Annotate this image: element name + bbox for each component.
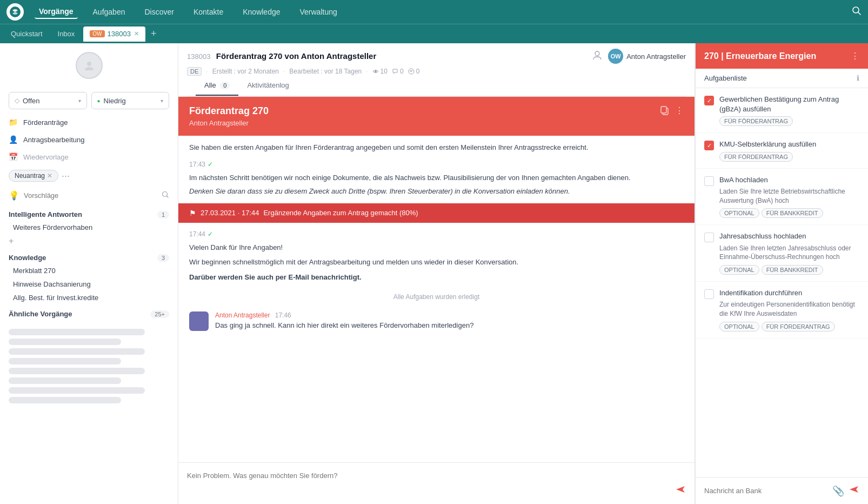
intelligent-answer-item-0[interactable]: Weiteres Fördervorhaben: [0, 221, 178, 234]
task-tags-4: OPTIONAL FÜR FÖRDERANTRAG: [719, 322, 859, 331]
conv-input-row: [178, 462, 695, 504]
add-intelligent-answer[interactable]: +: [0, 234, 178, 248]
nav-kontakte[interactable]: Kontakte: [189, 5, 228, 18]
nav-vorgange[interactable]: Vorgänge: [35, 5, 78, 19]
tab-bar: Quickstart Inbox OW 138003 ✕ +: [0, 24, 868, 43]
svg-point-3: [87, 62, 91, 66]
knowledge-item-0[interactable]: Merkblatt 270: [0, 264, 178, 277]
conv-input-actions: [187, 484, 686, 498]
task-checkbox-2[interactable]: [704, 176, 714, 186]
task-checkbox-1[interactable]: ✓: [704, 141, 714, 150]
task-item-3: Jahresabschluss hochladen Laden Sie Ihre…: [696, 225, 868, 282]
msg-block-title: Förderantrag 270: [189, 105, 269, 117]
knowledge-item-1[interactable]: Hinweise Dachsanierung: [0, 277, 178, 291]
msg-system-2: 17:44 ✓ Vielen Dank für Ihre Angaben! Wi…: [178, 223, 695, 289]
sidebar: ◇ Offen ▾ ● Niedrig ▾ 📁 Förderanträge 👤 …: [0, 43, 178, 504]
conv-input[interactable]: [187, 469, 686, 482]
task-tag-2-0: OPTIONAL: [719, 208, 759, 218]
task-tag-4-1: FÜR FÖRDERANTRAG: [762, 322, 835, 331]
svg-rect-10: [661, 107, 666, 113]
task-panel: 270 | Erneuerbare Energien ⋮ Aufgabenlis…: [695, 43, 868, 504]
tab-aktivitatenlog[interactable]: Aktivitätenlog: [238, 76, 297, 96]
tab-close-icon[interactable]: ✕: [134, 30, 139, 37]
bank-send-icon[interactable]: [849, 484, 859, 498]
skeleton-row: [9, 329, 145, 335]
skeleton-row: [9, 397, 121, 403]
task-tag-3-1: FÜR BANKKREDIT: [762, 265, 823, 275]
task-item-1: ✓ KMU-Selbsterklärung ausfüllen FÜR FÖRD…: [696, 133, 868, 168]
sidebar-item-antragsbearbeitung[interactable]: 👤 Antragsbearbeitung: [0, 131, 178, 148]
user-icon: [592, 50, 603, 63]
similar-section: Ähnliche Vorgänge 25+: [0, 304, 178, 320]
tag-neuantrag: Neuantrag ✕: [9, 170, 58, 182]
task-checkbox-3[interactable]: [704, 233, 714, 242]
tab-alle[interactable]: Alle 0: [196, 76, 238, 96]
tag-more-button[interactable]: ···: [62, 170, 70, 182]
nav-discover[interactable]: Discover: [140, 5, 178, 18]
suggestion-input[interactable]: [24, 191, 157, 200]
skeleton-row: [9, 377, 121, 384]
conv-title: Förderantrag 270 von Anton Antragsteller: [216, 51, 376, 61]
tab-ticket[interactable]: OW 138003 ✕: [83, 26, 145, 42]
task-tag-0-0: FÜR FÖRDERANTRAG: [719, 116, 793, 126]
task-checkbox-0[interactable]: ✓: [704, 96, 714, 105]
tab-quickstart[interactable]: Quickstart: [4, 26, 49, 42]
nav-verwaltung[interactable]: Verwaltung: [296, 5, 342, 18]
task-list-info-icon[interactable]: ℹ: [857, 74, 859, 82]
task-list-header: Aufgabenliste ℹ: [696, 69, 868, 88]
svg-point-7: [375, 70, 377, 72]
more-icon[interactable]: ⋮: [675, 105, 684, 117]
task-checkbox-4[interactable]: [704, 289, 714, 299]
intelligent-answers-section: Intelligente Antworten 1: [0, 205, 178, 221]
nav-knowledge[interactable]: Knowledge: [238, 5, 284, 18]
conv-tabs: Alle 0 Aktivitätenlog: [187, 76, 686, 96]
conversation-panel: 138003 Förderantrag 270 von Anton Antrag…: [178, 43, 695, 504]
task-tags-0: FÜR FÖRDERANTRAG: [719, 116, 859, 126]
task-tags-3: OPTIONAL FÜR BANKKREDIT: [719, 265, 859, 275]
app-logo: [6, 3, 24, 21]
tag-remove-icon[interactable]: ✕: [47, 172, 52, 180]
top-navigation: Vorgänge Aufgaben Discover Kontakte Know…: [0, 0, 868, 24]
tab-inbox[interactable]: Inbox: [51, 26, 82, 42]
bank-msg-input[interactable]: [704, 487, 828, 495]
status-select[interactable]: ◇ Offen ▾: [9, 92, 87, 109]
person-icon: 👤: [9, 135, 18, 144]
skeleton-row: [9, 348, 145, 355]
msg-divider: ⚑ 27.03.2021 · 17:44 Ergänzende Angaben …: [178, 203, 695, 223]
sidebar-controls: ◇ Offen ▾ ● Niedrig ▾: [0, 88, 178, 114]
attachment-icon[interactable]: 📎: [832, 485, 844, 497]
send-button[interactable]: [675, 484, 686, 498]
tab-add-button[interactable]: +: [148, 28, 160, 39]
task-item-4: Indentifikation durchführen Zur eindeuti…: [696, 282, 868, 339]
task-panel-more-icon[interactable]: ⋮: [851, 51, 859, 61]
task-tags-1: FÜR FÖRDERANTRAG: [719, 152, 859, 162]
msg-user-content: Anton Antragsteller 17:46 Das ging ja sc…: [215, 311, 684, 329]
knowledge-item-2[interactable]: Allg. Best. für Invest.kredite: [0, 291, 178, 304]
bank-msg-row: 📎: [696, 477, 868, 504]
msg-block-red: Förderantrag 270 Anton Antragsteller ⋮: [178, 97, 695, 136]
skeleton-row: [9, 339, 121, 345]
task-tag-4-0: OPTIONAL: [719, 322, 759, 331]
copy-icon[interactable]: [660, 105, 670, 117]
nav-aufgaben[interactable]: Aufgaben: [89, 5, 130, 18]
task-item-2: BwA hochladen Laden Sie Ihre letzte Betr…: [696, 169, 868, 226]
msg-system-1: Sie haben die ersten Angaben für Ihren F…: [178, 136, 695, 203]
assignee-avatar: OW: [608, 49, 623, 64]
flag-icon: ⚑: [189, 209, 196, 217]
tag-row: Neuantrag ✕ ···: [0, 165, 178, 186]
sidebar-item-wiedervorlage[interactable]: 📅 Wiedervorlage: [0, 148, 178, 165]
chevron-down-icon: ▾: [161, 98, 163, 104]
msg-completion: Alle Aufgaben wurden erledigt: [178, 289, 695, 305]
skeleton-row: [9, 358, 121, 364]
conv-meta: DE · Erstellt : vor 2 Monaten · Bearbeit…: [187, 67, 686, 76]
suggestion-search-icon[interactable]: [162, 191, 169, 201]
svg-point-6: [595, 51, 599, 56]
sidebar-item-forderantrage[interactable]: 📁 Förderanträge: [0, 114, 178, 131]
suggestion-icon: 💡: [9, 190, 19, 201]
conv-title-area: 138003 Förderantrag 270 von Anton Antrag…: [187, 51, 376, 61]
priority-select[interactable]: ● Niedrig ▾: [91, 92, 170, 109]
chevron-down-icon: ▾: [78, 98, 81, 104]
task-content-0: Gewerblichen Bestätigung zum Antrag (gBz…: [719, 95, 859, 126]
search-icon[interactable]: [852, 6, 862, 18]
knowledge-section: Knowledge 3: [0, 248, 178, 264]
